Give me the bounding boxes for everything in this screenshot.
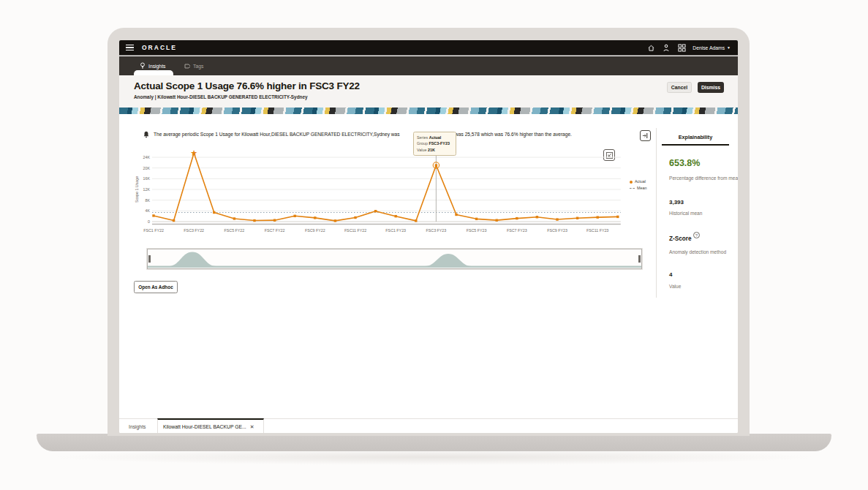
insight-description: The average periodic Scope 1 Usage for K… — [143, 132, 626, 138]
data-point-marker[interactable] — [496, 219, 498, 221]
description-right: Y22 was 25,578 which was 76.6% higher th… — [445, 132, 572, 137]
data-point-marker[interactable] — [576, 217, 578, 219]
chart-tooltip: Series Actual Group FSC3-FY23 Value 21K — [413, 132, 456, 156]
tooltip-group-value: FSC3-FY23 — [429, 141, 449, 146]
chart-legend: Actual Mean — [630, 178, 647, 192]
anomaly-star-marker[interactable]: ★ — [190, 148, 197, 157]
tab-insights[interactable]: Insights — [140, 56, 165, 75]
legend-item-actual[interactable]: Actual — [630, 178, 647, 185]
metric-zscore-label: Anomaly detection method — [669, 249, 726, 255]
tooltip-series-value: Actual — [429, 135, 441, 140]
x-tick-label: FSC11 FY22 — [344, 228, 366, 233]
x-tick-label: FSC3 FY22 — [184, 228, 204, 233]
cancel-button[interactable]: Cancel — [667, 82, 692, 93]
caret-down-icon: ▼ — [727, 45, 731, 50]
appnav-icon[interactable] — [677, 43, 686, 52]
x-tick-label: FSC7 FY22 — [265, 228, 285, 233]
metric-percentage-diff-label: Percentage difference from mean — [669, 176, 738, 181]
panel-toggle-icon[interactable] — [640, 130, 651, 141]
dismiss-button[interactable]: Dismiss — [698, 82, 724, 93]
data-point-marker[interactable] — [395, 215, 397, 217]
data-point-marker[interactable] — [435, 164, 437, 166]
x-tick-label: FSC5 FY22 — [224, 228, 245, 233]
tags-icon — [184, 63, 190, 69]
footer-tab-active-label: Kilowatt Hour-DIESEL BACKUP GE... — [163, 424, 246, 429]
data-point-marker[interactable] — [152, 214, 154, 216]
nav-tab-bar: Insights Tags — [119, 56, 738, 75]
legend-mean-label: Mean — [637, 185, 647, 192]
insight-header: Actual Scope 1 Usage 76.6% higher in FSC… — [119, 75, 738, 108]
data-point-marker[interactable] — [455, 214, 457, 216]
page-subtitle: Anomaly | Kilowatt Hour-DIESEL BACKUP GE… — [134, 94, 308, 99]
x-tick-label: FSC11 FY23 — [586, 228, 608, 233]
data-point-marker[interactable] — [314, 216, 316, 219]
data-point-marker[interactable] — [516, 217, 518, 219]
time-range-slider[interactable] — [147, 249, 642, 269]
slider-handle-left[interactable] — [148, 255, 151, 263]
open-as-adhoc-button[interactable]: Open As Adhoc — [134, 281, 178, 293]
data-point-marker[interactable] — [616, 216, 619, 218]
data-point-marker[interactable] — [253, 219, 255, 222]
home-icon[interactable] — [646, 43, 655, 52]
laptop-base — [37, 434, 831, 451]
slider-overview-shape — [148, 249, 641, 268]
legend-mean-marker — [630, 188, 635, 189]
description-left: The average periodic Scope 1 Usage for K… — [154, 132, 400, 137]
x-tick-label: FSC5 FY23 — [467, 228, 487, 233]
x-tick-label: FSC7 FY23 — [507, 228, 527, 233]
close-icon[interactable]: ✕ — [250, 424, 254, 430]
metric-percentage-diff: 653.8% — [669, 158, 700, 168]
legend-item-mean[interactable]: Mean — [630, 185, 647, 192]
top-app-bar: ORACLE Denise Adams ▼ — [119, 40, 738, 56]
footer-tab-bar: Insights Kilowatt Hour-DIESEL BACKUP GE.… — [119, 418, 738, 433]
panel-divider — [656, 128, 657, 298]
explainability-tab-underline — [662, 144, 729, 146]
y-tick-label: 12K — [143, 187, 151, 192]
data-point-marker[interactable] — [233, 217, 235, 219]
data-point-marker[interactable] — [475, 218, 478, 220]
laptop-shadow — [51, 449, 817, 465]
metric-historical-mean: 3,393 — [669, 199, 684, 206]
page-title: Actual Scope 1 Usage 76.6% higher in FSC… — [134, 80, 360, 91]
data-point-marker[interactable] — [173, 219, 175, 222]
footer-tab-active[interactable]: Kilowatt Hour-DIESEL BACKUP GE... ✕ — [157, 418, 264, 433]
x-tick-label: FSC9 FY23 — [547, 228, 567, 233]
menu-icon[interactable] — [126, 45, 134, 50]
oracle-logo: ORACLE — [142, 44, 177, 51]
legend-actual-label: Actual — [635, 178, 646, 185]
tooltip-value-label: Value — [417, 148, 426, 152]
laptop-bezel: ORACLE Denise Adams ▼ — [107, 28, 750, 436]
main-content: The average periodic Scope 1 Usage for K… — [119, 114, 738, 418]
y-tick-label: 8K — [146, 198, 151, 203]
data-point-marker[interactable] — [213, 211, 215, 214]
data-point-marker[interactable] — [556, 218, 558, 220]
tooltip-value-value: 21K — [428, 148, 435, 152]
assistant-icon[interactable] — [662, 43, 671, 52]
help-icon[interactable]: ? — [693, 232, 700, 238]
y-tick-label: 24K — [143, 155, 151, 159]
data-point-marker[interactable] — [273, 219, 276, 221]
tooltip-group-label: Group — [417, 141, 428, 146]
data-point-marker[interactable] — [536, 216, 538, 218]
y-tick-label: 20K — [143, 166, 151, 170]
page-background: ORACLE Denise Adams ▼ — [0, 0, 868, 490]
x-tick-label: FSC1 FY22 — [143, 228, 164, 233]
tab-tags-label: Tags — [193, 64, 203, 69]
app-screen: ORACLE Denise Adams ▼ — [119, 40, 738, 433]
data-point-marker[interactable] — [354, 216, 356, 219]
data-point-marker[interactable] — [597, 216, 599, 218]
user-name: Denise Adams — [692, 45, 725, 50]
y-tick-label: 16K — [143, 176, 151, 181]
data-point-marker[interactable] — [374, 210, 377, 212]
usage-chart[interactable]: 04K8K12K16K20K24KScope 1 Usage★FSC1 FY22… — [119, 143, 624, 238]
data-point-marker[interactable] — [294, 215, 296, 217]
tab-explainability[interactable]: Explainability — [662, 134, 729, 140]
user-menu[interactable]: Denise Adams ▼ — [692, 45, 731, 50]
footer-tab-insights[interactable]: Insights — [126, 419, 148, 433]
y-tick-label: 0 — [148, 219, 150, 224]
y-axis-title: Scope 1 Usage — [135, 176, 139, 203]
tab-tags[interactable]: Tags — [184, 56, 203, 75]
slider-handle-right[interactable] — [638, 255, 641, 263]
data-point-marker[interactable] — [415, 219, 417, 222]
data-point-marker[interactable] — [334, 219, 336, 222]
